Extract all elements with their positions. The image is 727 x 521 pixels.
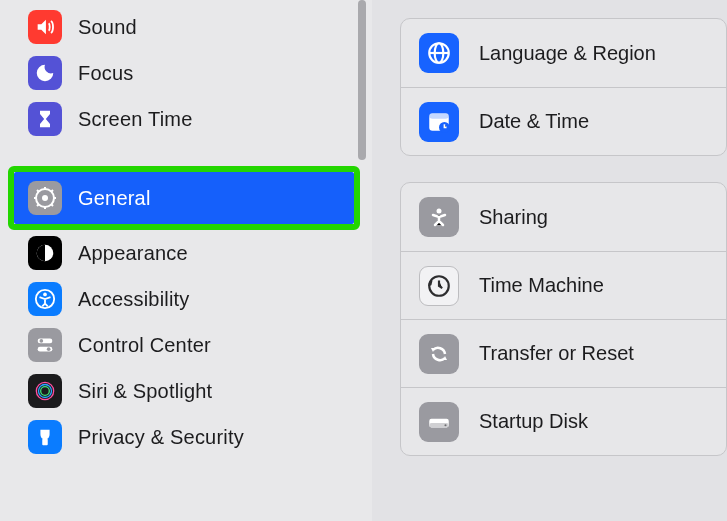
panel-item-language-region[interactable]: Language & Region bbox=[401, 19, 726, 87]
sidebar-item-accessibility[interactable]: Accessibility bbox=[0, 276, 372, 322]
settings-sidebar: Sound Focus Screen Time General Appearan… bbox=[0, 0, 372, 521]
panel-item-label: Time Machine bbox=[479, 274, 604, 297]
panel-item-label: Date & Time bbox=[479, 110, 589, 133]
svg-line-7 bbox=[51, 204, 53, 206]
privacy-icon bbox=[28, 420, 62, 454]
focus-icon bbox=[28, 56, 62, 90]
startup-disk-icon bbox=[419, 402, 459, 442]
sidebar-item-privacy-security[interactable]: Privacy & Security bbox=[0, 414, 372, 460]
svg-point-28 bbox=[437, 209, 442, 214]
panel-item-startup-disk[interactable]: Startup Disk bbox=[401, 387, 726, 455]
panel-item-label: Sharing bbox=[479, 206, 548, 229]
general-icon bbox=[28, 181, 62, 215]
sidebar-selection-highlight: General bbox=[8, 166, 360, 230]
sidebar-item-label: Focus bbox=[78, 62, 133, 85]
sidebar-item-label: Appearance bbox=[78, 242, 188, 265]
sidebar-item-focus[interactable]: Focus bbox=[0, 50, 372, 96]
time-machine-icon bbox=[419, 266, 459, 306]
panel-item-sharing[interactable]: Sharing bbox=[401, 183, 726, 251]
svg-line-8 bbox=[37, 204, 39, 206]
sidebar-item-label: Screen Time bbox=[78, 108, 192, 131]
sidebar-item-label: Accessibility bbox=[78, 288, 190, 311]
sidebar-scrollbar[interactable] bbox=[358, 0, 366, 160]
svg-rect-21 bbox=[42, 439, 48, 445]
transfer-reset-icon bbox=[419, 334, 459, 374]
svg-point-16 bbox=[47, 347, 51, 351]
panel-item-label: Transfer or Reset bbox=[479, 342, 634, 365]
svg-point-32 bbox=[444, 424, 446, 426]
svg-rect-26 bbox=[429, 113, 449, 118]
sidebar-item-control-center[interactable]: Control Center bbox=[0, 322, 372, 368]
panel-group-1: Language & Region Date & Time bbox=[400, 18, 727, 156]
svg-point-1 bbox=[42, 195, 48, 201]
sharing-icon bbox=[419, 197, 459, 237]
panel-item-label: Startup Disk bbox=[479, 410, 588, 433]
date-time-icon bbox=[419, 102, 459, 142]
sidebar-item-label: Siri & Spotlight bbox=[78, 380, 212, 403]
svg-line-6 bbox=[37, 190, 39, 192]
sidebar-item-screen-time[interactable]: Screen Time bbox=[0, 96, 372, 142]
sound-icon bbox=[28, 10, 62, 44]
language-region-icon bbox=[419, 33, 459, 73]
svg-point-12 bbox=[43, 293, 47, 297]
sidebar-item-sound[interactable]: Sound bbox=[0, 4, 372, 50]
sidebar-divider bbox=[0, 142, 372, 164]
svg-point-17 bbox=[34, 380, 56, 402]
svg-line-9 bbox=[51, 190, 53, 192]
sidebar-item-appearance[interactable]: Appearance bbox=[0, 230, 372, 276]
siri-icon bbox=[28, 374, 62, 408]
screen-time-icon bbox=[28, 102, 62, 136]
sidebar-item-label: General bbox=[78, 187, 151, 210]
svg-point-15 bbox=[40, 339, 44, 343]
control-center-icon bbox=[28, 328, 62, 362]
sidebar-item-label: Privacy & Security bbox=[78, 426, 244, 449]
panel-item-transfer-reset[interactable]: Transfer or Reset bbox=[401, 319, 726, 387]
panel-group-2: Sharing Time Machine Transfer or Reset S… bbox=[400, 182, 727, 456]
appearance-icon bbox=[28, 236, 62, 270]
panel-item-time-machine[interactable]: Time Machine bbox=[401, 251, 726, 319]
settings-detail-panel: Language & Region Date & Time Sharing Ti… bbox=[372, 0, 727, 521]
sidebar-item-general[interactable]: General bbox=[14, 172, 354, 224]
sidebar-item-label: Control Center bbox=[78, 334, 211, 357]
panel-item-date-time[interactable]: Date & Time bbox=[401, 87, 726, 155]
accessibility-icon bbox=[28, 282, 62, 316]
sidebar-item-label: Sound bbox=[78, 16, 137, 39]
panel-item-label: Language & Region bbox=[479, 42, 656, 65]
sidebar-item-siri-spotlight[interactable]: Siri & Spotlight bbox=[0, 368, 372, 414]
